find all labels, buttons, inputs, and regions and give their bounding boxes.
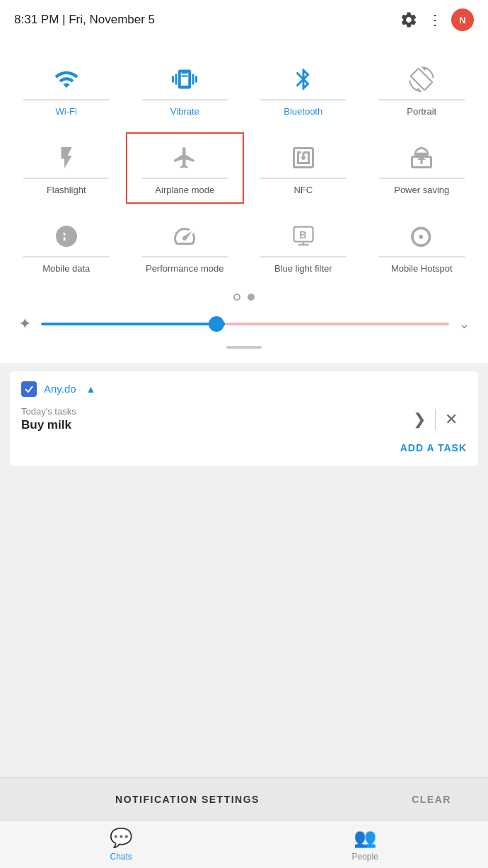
power-saving-icon	[406, 142, 437, 173]
qs-blue-light-filter[interactable]: B Blue light filter	[244, 211, 363, 282]
qs-performance-mode[interactable]: Performance mode	[126, 211, 245, 282]
wifi-label: Wi-Fi	[56, 106, 77, 118]
anydo-task-title: Buy milk	[21, 418, 404, 432]
notification-area: Any.do ▲ Today's tasks Buy milk ❯ ✕ ADD …	[0, 363, 488, 475]
qs-row-3: Mobile data Performance mode B	[7, 211, 481, 282]
chats-label: Chats	[110, 852, 132, 862]
qs-power-saving[interactable]: Power saving	[363, 132, 482, 204]
chats-icon: 💬	[110, 827, 132, 849]
bluetooth-icon	[288, 64, 319, 95]
anydo-header: Any.do ▲	[21, 381, 467, 397]
blue-light-icon: B	[288, 221, 319, 252]
performance-icon	[169, 221, 200, 252]
anydo-subtitle: Today's tasks	[21, 406, 404, 417]
qs-row-2: Flashlight Airplane mode NFC	[7, 132, 481, 204]
brightness-row: ✦ ⌄	[7, 312, 481, 343]
hotspot-icon	[406, 221, 437, 252]
qs-bluetooth[interactable]: Bluetooth	[244, 54, 363, 125]
anydo-app-name: Any.do	[44, 383, 76, 395]
brightness-slider[interactable]	[41, 323, 449, 325]
nfc-label: NFC	[294, 185, 313, 197]
anydo-close-button[interactable]: ✕	[436, 404, 467, 435]
notification-settings-button[interactable]: NOTIFICATION SETTINGS	[0, 794, 375, 805]
status-time: 8:31 PM | Fri, November 5	[14, 13, 155, 27]
flashlight-label: Flashlight	[47, 185, 86, 197]
people-icon: 👥	[354, 827, 376, 849]
quick-settings-panel: Wi-Fi Vibrate Bluetooth	[0, 40, 488, 363]
svg-text:B: B	[299, 228, 307, 241]
anydo-next-button[interactable]: ❯	[404, 404, 435, 435]
power-saving-label: Power saving	[394, 185, 449, 197]
drag-handle-bar	[226, 346, 262, 349]
anydo-notification-card: Any.do ▲ Today's tasks Buy milk ❯ ✕ ADD …	[10, 371, 478, 466]
brightness-thumb[interactable]	[209, 316, 224, 332]
mobile-data-label: Mobile data	[42, 263, 90, 275]
settings-icon[interactable]	[398, 9, 419, 30]
qs-portrait[interactable]: Portrait	[363, 54, 482, 125]
portrait-icon	[406, 64, 437, 95]
notification-badge: N	[451, 8, 474, 31]
clear-button[interactable]: CLEAR	[375, 794, 488, 805]
status-bar: 8:31 PM | Fri, November 5 ⋮ N	[0, 0, 488, 40]
qs-row-1: Wi-Fi Vibrate Bluetooth	[7, 54, 481, 125]
blue-light-label: Blue light filter	[274, 263, 332, 275]
qs-wifi[interactable]: Wi-Fi	[7, 54, 126, 125]
more-options-icon[interactable]: ⋮	[428, 11, 443, 28]
wifi-icon	[51, 64, 82, 95]
anydo-add-task-button[interactable]: ADD A TASK	[21, 435, 467, 456]
pagination-dot-1[interactable]	[233, 294, 240, 301]
airplane-icon	[169, 142, 200, 173]
brightness-icon: ✦	[18, 315, 31, 333]
hotspot-label: Mobile Hotspot	[391, 263, 453, 275]
performance-mode-label: Performance mode	[146, 263, 224, 275]
status-icons: ⋮ N	[398, 8, 474, 31]
portrait-label: Portrait	[407, 106, 436, 118]
airplane-mode-label: Airplane mode	[155, 185, 214, 197]
anydo-action-buttons: ❯ ✕	[404, 404, 467, 435]
anydo-content: Today's tasks Buy milk ❯ ✕	[21, 404, 467, 435]
nav-people[interactable]: 👥 People	[352, 827, 378, 862]
pagination-dot-2[interactable]	[248, 294, 255, 301]
vibrate-icon	[169, 64, 200, 95]
mobile-data-icon	[51, 221, 82, 252]
flashlight-icon	[51, 142, 82, 173]
bottom-action-bar: NOTIFICATION SETTINGS CLEAR	[0, 777, 488, 820]
qs-mobile-data[interactable]: Mobile data	[7, 211, 126, 282]
anydo-checkbox-icon	[21, 381, 37, 397]
bottom-navigation: 💬 Chats 👥 People	[0, 820, 488, 868]
nfc-icon	[288, 142, 319, 173]
pagination	[7, 289, 481, 312]
qs-airplane-mode[interactable]: Airplane mode	[126, 132, 245, 204]
nav-chats[interactable]: 💬 Chats	[110, 827, 132, 862]
qs-flashlight[interactable]: Flashlight	[7, 132, 126, 204]
vibrate-label: Vibrate	[170, 106, 199, 118]
anydo-task-text: Today's tasks Buy milk	[21, 406, 404, 432]
qs-mobile-hotspot[interactable]: Mobile Hotspot	[363, 211, 482, 282]
qs-vibrate[interactable]: Vibrate	[126, 54, 245, 125]
bluetooth-label: Bluetooth	[284, 106, 323, 118]
drag-handle[interactable]	[7, 343, 481, 356]
brightness-expand-icon[interactable]: ⌄	[459, 316, 470, 332]
qs-nfc[interactable]: NFC	[244, 132, 363, 204]
people-label: People	[352, 852, 378, 862]
anydo-collapse-icon[interactable]: ▲	[86, 383, 96, 395]
